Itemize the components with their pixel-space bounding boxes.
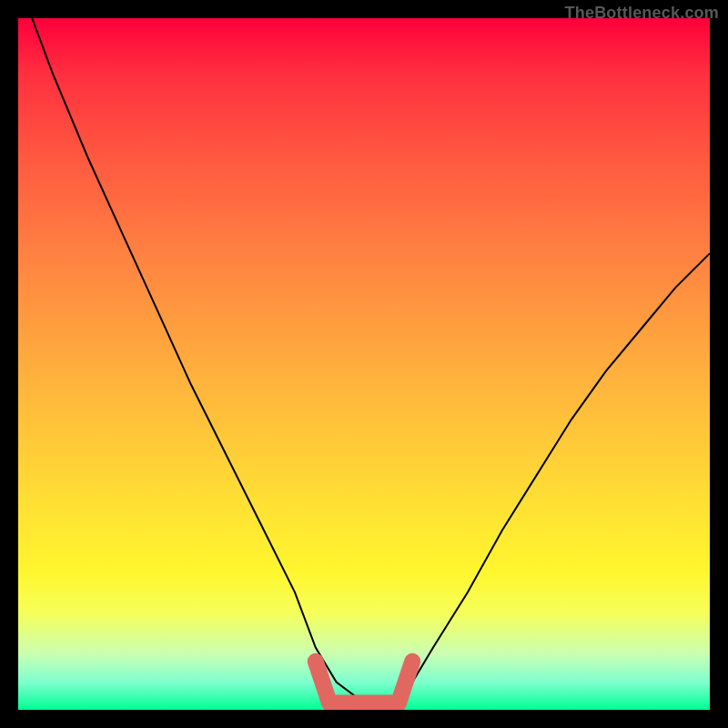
chart-stage: TheBottleneck.com: [0, 0, 728, 728]
optimal-range-marker: [316, 662, 412, 703]
plot-area: [18, 18, 710, 710]
watermark-text: TheBottleneck.com: [565, 4, 719, 23]
curve-layer: [18, 18, 710, 710]
bottleneck-curve: [32, 18, 710, 703]
